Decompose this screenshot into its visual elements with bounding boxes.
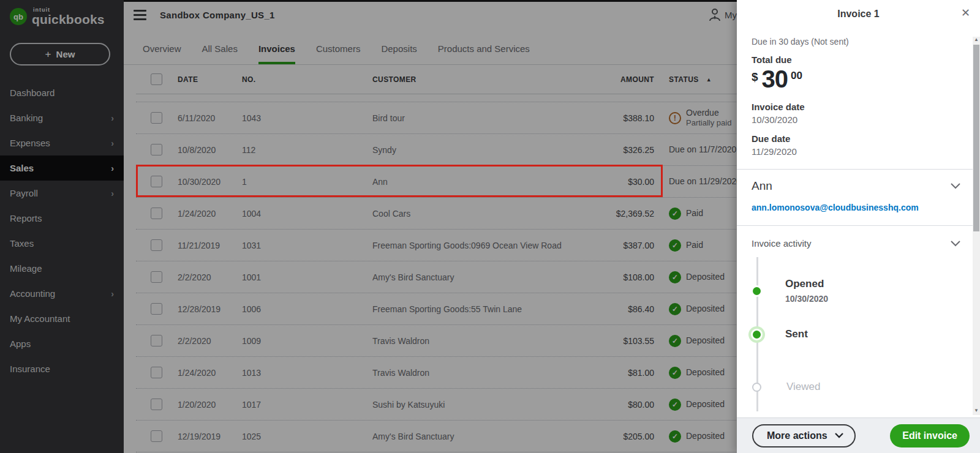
panel-header: Invoice 1 ✕: [737, 0, 980, 28]
due-date-label: Due date: [752, 133, 960, 144]
invoice-activity-label: Invoice activity: [752, 238, 812, 249]
activity-step-label: Viewed: [786, 381, 820, 393]
edit-invoice-button[interactable]: Edit invoice: [890, 424, 970, 447]
chevron-down-icon: [835, 433, 843, 438]
amount-whole: 30: [762, 67, 788, 91]
invoice-date-label: Invoice date: [752, 102, 960, 112]
scrollbar-thumb[interactable]: [973, 45, 979, 231]
currency-symbol: $: [752, 70, 758, 84]
panel-title: Invoice 1: [837, 9, 879, 20]
activity-step-label: Sent: [785, 328, 808, 340]
chevron-down-icon: [951, 241, 960, 247]
activity-step: Opened 10/30/2020: [752, 278, 828, 304]
due-date-value: 11/29/2020: [752, 146, 960, 157]
activity-circle-icon: [752, 383, 761, 392]
panel-body: Due in 30 days (Not sent) Total due $ 30…: [737, 28, 973, 417]
divider: [737, 169, 973, 170]
scroll-up-arrow[interactable]: ▲: [973, 37, 980, 43]
more-actions-button[interactable]: More actions: [752, 424, 856, 447]
modal-overlay[interactable]: [0, 0, 737, 453]
customer-email-link[interactable]: ann.lomonosova@cloudbusinesshq.com: [752, 203, 919, 212]
amount-cents: 00: [791, 70, 802, 82]
scroll-down-arrow[interactable]: ▼: [973, 408, 980, 414]
invoice-date-value: 10/30/2020: [752, 114, 960, 125]
more-actions-label: More actions: [767, 430, 827, 441]
due-status-line: Due in 30 days (Not sent): [752, 37, 960, 47]
customer-name: Ann: [752, 179, 772, 193]
panel-footer: More actions Edit invoice: [737, 417, 980, 453]
total-due-amount: $ 30 00: [752, 67, 960, 91]
invoice-activity-toggle[interactable]: Invoice activity: [752, 238, 960, 249]
activity-step: Sent: [752, 328, 808, 340]
activity-dot-icon: [753, 331, 761, 339]
total-due-label: Total due: [752, 54, 960, 65]
activity-step-date: 10/30/2020: [785, 294, 828, 304]
activity-timeline: Opened 10/30/2020 Sent Viewed: [752, 255, 960, 414]
customer-section-toggle[interactable]: Ann: [752, 179, 960, 193]
activity-step: Viewed: [752, 381, 820, 393]
panel-scrollbar: ▲ ▼: [973, 37, 980, 415]
chevron-down-icon: [951, 183, 960, 189]
activity-dot-icon: [753, 287, 761, 295]
close-icon[interactable]: ✕: [961, 7, 970, 18]
quickbooks-app: qb intuit quickbooks + New Dashboard › B…: [0, 0, 980, 453]
activity-step-label: Opened: [785, 278, 828, 290]
divider: [737, 225, 973, 226]
invoice-detail-panel: Invoice 1 ✕ Due in 30 days (Not sent) To…: [737, 0, 980, 453]
